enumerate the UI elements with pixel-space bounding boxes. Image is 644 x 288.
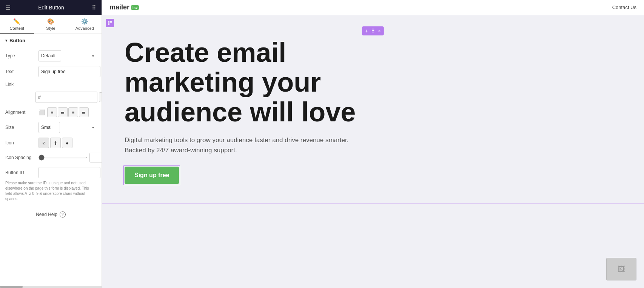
align-group: ≡ ☰ ≡ ☰ [47, 107, 89, 117]
tab-style-label: Style [46, 26, 55, 31]
need-help-label: Need Help [36, 212, 57, 217]
size-row: Size Small Medium Large [5, 122, 96, 133]
section-title: Button [9, 38, 25, 43]
section-handle[interactable] [106, 19, 114, 27]
help-circle-icon: ? [60, 211, 66, 218]
size-select-wrapper: Small Medium Large [39, 122, 96, 133]
text-input[interactable] [39, 66, 100, 77]
svg-rect-2 [108, 23, 109, 25]
icon-none-btn[interactable]: ⊘ [39, 138, 49, 148]
alignment-row: Alignment ⬜ ≡ ☰ ≡ ☰ [5, 107, 96, 117]
button-id-input[interactable] [39, 167, 100, 178]
toolbar-add-btn[interactable]: + [365, 28, 368, 34]
content-tab-icon: ✏️ [13, 18, 20, 25]
logo: mailer lite [109, 3, 139, 11]
link-label: Link [5, 82, 35, 87]
section-chevron: ▾ [5, 38, 7, 43]
size-label: Size [5, 125, 35, 130]
contact-link[interactable]: Contact Us [612, 5, 636, 10]
hero-section: Create email marketing your audience wil… [102, 15, 644, 203]
monitor-icon: ⬜ [39, 109, 45, 115]
type-row: Type Default Info Success Warning Danger [5, 50, 96, 61]
icon-spacing-slider[interactable] [39, 157, 87, 158]
text-row: Text ≡ [5, 66, 96, 77]
hero-cta-button[interactable]: Sign up free [125, 167, 179, 184]
tab-advanced[interactable]: ⚙️ Advanced [68, 15, 102, 34]
tab-advanced-label: Advanced [75, 26, 94, 31]
style-tab-icon: 🎨 [47, 18, 54, 25]
hero-heading: Create email marketing your audience wil… [125, 38, 389, 127]
link-input-row: ⚙ 🗑 [5, 92, 96, 103]
page-container: Create email marketing your audience wil… [102, 15, 644, 288]
hamburger-icon[interactable]: ☰ [5, 4, 11, 11]
icon-spacing-label: Icon Spacing [5, 155, 35, 160]
size-select[interactable]: Small Medium Large [39, 122, 60, 133]
icon-spacing-row: Icon Spacing [5, 153, 96, 162]
align-center-btn[interactable]: ☰ [58, 107, 68, 117]
image-placeholder-icon: 🖼 [618, 265, 625, 274]
link-row: Link [5, 82, 96, 87]
icon-upload-btn[interactable]: ⬆ [50, 138, 61, 148]
icon-label: Icon [5, 140, 35, 146]
size-control: Small Medium Large [39, 122, 96, 133]
hero-subtext: Digital marketing tools to grow your aud… [125, 135, 359, 155]
text-control: ≡ [39, 66, 102, 77]
element-toolbar: + ⠿ × [362, 26, 384, 35]
button-id-label: Button ID [5, 170, 35, 175]
panel-body: ▾ Button Type Default Info Success Warni… [0, 34, 102, 286]
type-control: Default Info Success Warning Danger [39, 50, 96, 61]
top-bar: mailer lite Contact Us [102, 0, 644, 15]
canvas-area: + ⠿ × Create email marketing your audien… [102, 15, 644, 288]
tab-content-label: Content [10, 26, 25, 31]
hero-button-container: Sign up free [125, 167, 179, 184]
type-select-wrapper: Default Info Success Warning Danger [39, 50, 96, 61]
icon-row: Icon ⊘ ⬆ ● [5, 138, 96, 148]
panel-scrollbar-thumb [0, 286, 23, 288]
type-select[interactable]: Default Info Success Warning Danger [39, 50, 61, 61]
svg-rect-0 [108, 21, 109, 23]
panel-scrollbar [0, 286, 102, 288]
svg-rect-1 [110, 21, 112, 23]
grid-icon[interactable]: ⠿ [92, 4, 96, 11]
button-id-row: Button ID ≡ [5, 167, 96, 178]
help-text: Please make sure the ID is unique and no… [5, 181, 96, 202]
link-input-wrapper: ⚙ 🗑 [35, 92, 102, 103]
tab-content[interactable]: ✏️ Content [0, 15, 34, 34]
toolbar-close-btn[interactable]: × [378, 28, 381, 34]
link-settings-icon[interactable]: ⚙ [99, 92, 102, 102]
icon-spacing-value[interactable] [89, 153, 102, 162]
alignment-label: Alignment [5, 110, 35, 115]
advanced-tab-icon: ⚙️ [81, 18, 88, 25]
type-label: Type [5, 53, 35, 58]
alignment-control: ⬜ ≡ ☰ ≡ ☰ [39, 107, 96, 117]
tab-style[interactable]: 🎨 Style [34, 15, 68, 34]
align-justify-btn[interactable]: ☰ [79, 107, 89, 117]
icon-spacing-control [39, 153, 102, 162]
main-area: mailer lite Contact Us + ⠿ × [102, 0, 644, 288]
section-header: ▾ Button [5, 38, 96, 45]
link-input[interactable] [35, 92, 97, 103]
panel-title: Edit Button [38, 5, 64, 11]
logo-text: mailer [109, 3, 129, 11]
button-id-control: ≡ [39, 167, 102, 178]
align-left-btn[interactable]: ≡ [47, 107, 57, 117]
icon-circle-btn[interactable]: ● [62, 138, 72, 148]
panel-tabs: ✏️ Content 🎨 Style ⚙️ Advanced [0, 15, 102, 34]
icon-control: ⊘ ⬆ ● [39, 138, 96, 148]
logo-badge: lite [131, 5, 139, 10]
align-right-btn[interactable]: ≡ [68, 107, 78, 117]
icon-options: ⊘ ⬆ ● [39, 138, 72, 148]
need-help[interactable]: Need Help ? [5, 208, 96, 221]
text-label: Text [5, 69, 35, 74]
left-panel: ☰ Edit Button ⠿ ✏️ Content 🎨 Style ⚙️ Ad… [0, 0, 102, 288]
image-placeholder: 🖼 [606, 258, 636, 280]
toolbar-drag-btn[interactable]: ⠿ [371, 28, 375, 34]
slider-wrapper [39, 153, 102, 162]
panel-header: ☰ Edit Button ⠿ [0, 0, 102, 15]
